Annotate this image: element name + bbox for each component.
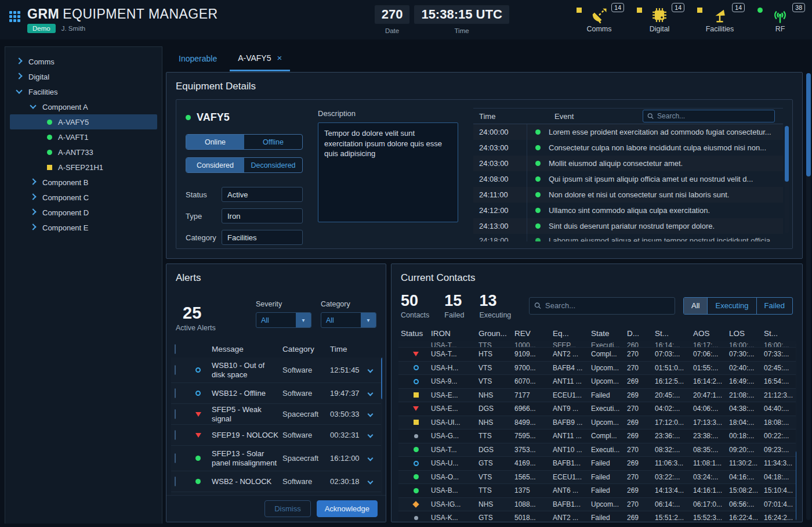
contact-rev: 1565... <box>514 473 553 481</box>
alert-checkbox[interactable] <box>175 453 176 463</box>
alert-row[interactable]: WSB2 - NOLOCK Software 02:30:18 <box>171 471 382 492</box>
event-log-scrollbar[interactable] <box>785 126 789 233</box>
close-tab-icon[interactable]: × <box>277 53 282 63</box>
dismiss-button[interactable]: Dismiss <box>264 500 311 517</box>
alert-checkbox[interactable] <box>175 365 176 375</box>
tree-item[interactable]: A-VAFY5 <box>10 114 157 129</box>
status-group-comms[interactable]: 14 Comms <box>583 6 615 33</box>
tree-item[interactable]: Component D <box>10 205 157 220</box>
event-text: Laborum eiusmod aliqua et ipsum tempor n… <box>549 234 783 241</box>
event-row[interactable]: 24:12:00 Ullamco sint commodo aliqua cul… <box>473 203 783 218</box>
severity-select[interactable]: All ▾ <box>256 312 311 328</box>
status-group-rf[interactable]: 38 RF <box>764 6 796 33</box>
contact-row[interactable]: USA-UI... NHS 8499... BAFB9 ... Upcom...… <box>398 416 796 430</box>
online-toggle-button[interactable]: Online <box>186 135 244 149</box>
status-group-facilities[interactable]: 14 Facilities <box>704 6 735 33</box>
filter-all-button[interactable]: All <box>684 298 707 314</box>
alerts-scrollbar[interactable] <box>381 358 382 495</box>
event-row[interactable]: 24:03:00 Consectetur culpa non labore in… <box>473 140 783 156</box>
expand-chevron-icon[interactable] <box>368 456 374 461</box>
contact-start: 04:02:... <box>655 405 693 413</box>
type-field[interactable]: Iron <box>222 208 303 223</box>
expand-chevron-icon[interactable] <box>368 432 374 438</box>
event-row[interactable]: 24:18:00 Laborum eiusmod aliqua et ipsum… <box>473 234 783 241</box>
tree-item[interactable]: A-SFEP21H1 <box>10 160 157 175</box>
contacts-search-input[interactable] <box>545 301 670 310</box>
alert-severity-icon <box>195 456 201 461</box>
event-text: Qui ipsum sit ipsum aliquip officia amet… <box>549 175 783 183</box>
tree-item[interactable]: Component A <box>10 99 157 114</box>
alert-row[interactable]: ANT2 - Power <box>171 492 382 495</box>
contact-row[interactable]: USA-O... VTS 1565... ECEU1... Failed 270… <box>398 471 796 485</box>
contacts-table-header: Status IRON Groun... REV Eq... State D..… <box>398 325 796 341</box>
contact-row[interactable]: USA-T... TTS 1000... SFEP... Executi... … <box>398 341 796 348</box>
contact-day: 269 <box>627 514 655 522</box>
col-iron: IRON <box>431 329 478 338</box>
category-filter-label: Category <box>321 300 376 308</box>
category-field[interactable]: Facilities <box>222 230 303 245</box>
app-grid-icon[interactable] <box>9 11 20 22</box>
contact-row[interactable]: USA-U... GTS 4169... BAFB1... Failed 269… <box>398 457 796 471</box>
acknowledge-button[interactable]: Acknowledge <box>317 500 378 517</box>
contact-row[interactable]: USA-B... TTS 1375 ANT6 ... Failed 269 14… <box>398 484 796 498</box>
category-select[interactable]: All ▾ <box>321 312 376 328</box>
expand-chevron-icon[interactable] <box>368 367 374 373</box>
considered-toggle-button[interactable]: Considered <box>186 158 244 172</box>
alert-severity-icon <box>195 479 201 484</box>
main-scrollbar[interactable] <box>806 73 811 520</box>
alert-row[interactable]: WSB10 - Out of disk space Software 12:51… <box>171 358 382 383</box>
tree-item[interactable]: A-VAFT1 <box>10 129 157 145</box>
contact-row[interactable]: USA-H... VTS 9700... BAFB4 ... Upcom... … <box>398 362 796 376</box>
alert-checkbox[interactable] <box>175 409 176 419</box>
contact-row[interactable]: USA-IG... NHS 1088... BAFB1... Upcom... … <box>398 498 796 512</box>
event-search-input[interactable] <box>657 112 770 120</box>
contact-row[interactable]: USA-T... HTS 9109... ANT2 ... Compl... 2… <box>398 348 796 362</box>
status-field[interactable]: Active <box>222 187 303 202</box>
tree-item[interactable]: Component C <box>10 190 157 205</box>
alert-row[interactable]: SFEP13 - Solar panel misalignment Spacec… <box>171 446 382 471</box>
event-row[interactable]: 24:00:00 Lorem esse proident exercitatio… <box>473 124 783 140</box>
tree-item[interactable]: Digital <box>10 69 157 84</box>
alert-row[interactable]: SFEP19 - NOLOCK Software 00:32:31 <box>171 425 382 446</box>
event-row[interactable]: 24:11:00 Non dolore et nisi ut consectet… <box>473 187 783 203</box>
tree-item[interactable]: Facilities <box>10 84 157 99</box>
alert-checkbox[interactable] <box>175 430 176 440</box>
col-state: State <box>591 329 627 338</box>
contact-row[interactable]: USA-G... TTS 7595... ANT11 ... Compl... … <box>398 429 796 443</box>
alert-category: Software <box>282 431 330 439</box>
alert-checkbox[interactable] <box>175 388 176 398</box>
alert-checkbox[interactable] <box>175 477 176 486</box>
category-field-label: Category <box>186 233 222 242</box>
filter-failed-button[interactable]: Failed <box>756 298 792 314</box>
contact-los: 04:38:... <box>729 405 764 413</box>
tree-item[interactable]: A-ANT733 <box>10 145 157 160</box>
tab-inoperable[interactable]: Inoperable <box>171 48 225 70</box>
app-title: GRMEQUIPMENT MANAGER <box>27 6 218 22</box>
contact-row[interactable]: USA-9... VTS 6070... ANT11 ... Upcom... … <box>398 375 796 389</box>
contact-row[interactable]: USA-E... NHS 7177 ECEU1... Failed 269 20… <box>398 389 796 403</box>
tree-item[interactable]: Component B <box>10 175 157 190</box>
status-group-digital[interactable]: 14 Digital <box>644 6 675 33</box>
event-row[interactable]: 24:08:00 Qui ipsum sit ipsum aliquip off… <box>473 171 783 187</box>
tab-a-vafy5[interactable]: A-VAFY5× <box>230 47 290 71</box>
deconsidered-toggle-button[interactable]: Deconsidered <box>244 158 302 172</box>
alert-row[interactable]: WSB12 - Offline Software 19:47:37 <box>171 383 382 404</box>
contact-row[interactable]: USA-T... DGS 3753... ANT10 ... Executi..… <box>398 443 796 457</box>
contact-row[interactable]: USA-K... GTS 5018... ANT2 ... Failed 269… <box>398 511 796 522</box>
tree-item[interactable]: Component E <box>10 220 157 235</box>
tree-item[interactable]: Comms <box>10 54 157 69</box>
expand-chevron-icon[interactable] <box>368 391 374 396</box>
event-row[interactable]: 24:13:00 Sint duis deserunt pariatur nos… <box>473 218 783 234</box>
alert-row[interactable]: SFEP5 - Weak signal Spacecraft 03:50:33 <box>171 404 382 425</box>
description-textarea[interactable]: Tempor do dolore velit sunt exercitation… <box>318 122 458 222</box>
panel-title: Equipment Details <box>166 73 802 98</box>
expand-chevron-icon[interactable] <box>368 479 374 485</box>
contacts-scrollbar[interactable] <box>796 342 796 522</box>
expand-chevron-icon[interactable] <box>368 412 374 417</box>
offline-toggle-button[interactable]: Offline <box>244 135 302 149</box>
contact-row[interactable]: USA-E... DGS 6966... ANT9 ... Executi...… <box>398 402 796 416</box>
select-all-checkbox[interactable] <box>175 344 176 354</box>
filter-executing-button[interactable]: Executing <box>707 298 756 314</box>
category-column-header: Category <box>282 345 330 353</box>
event-row[interactable]: 24:03:00 Mollit eiusmod aliquip consecte… <box>473 156 783 171</box>
